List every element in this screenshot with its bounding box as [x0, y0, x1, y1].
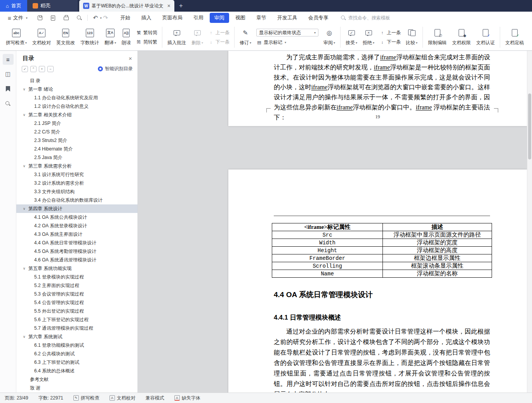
document-area[interactable]: 为了完成主界面功能需求，选择了iframe浮动框架组合来完成对主界面的设计工作，… — [138, 51, 532, 393]
chevron-down-icon[interactable] — [23, 266, 28, 270]
toc-item[interactable]: 参考文献 — [16, 375, 137, 384]
toc-item[interactable]: 1.1 办公自动化系统研究及应用 — [16, 93, 137, 102]
toc-item[interactable]: 第三章 系统需求分析 — [16, 162, 137, 170]
smart-toc-button[interactable]: 智能识别目录 — [98, 66, 133, 72]
compare-button[interactable]: 比较▾ — [403, 26, 420, 49]
next-change-button[interactable]: ↓ 下一条 — [379, 39, 401, 45]
toc-item[interactable]: 6.1 登录功能模块的测试 — [16, 341, 137, 349]
toc-item[interactable]: 4.6 OA 系统通讯管理模块设计 — [16, 256, 137, 264]
ribbon-tab[interactable]: 开发工具 — [273, 13, 302, 23]
tab-home[interactable]: ⌂ 首页 — [0, 0, 27, 12]
spell-check-button[interactable]: abc 拼写检查▾ — [3, 26, 30, 49]
delete-comment-button[interactable]: × 删除▾ — [189, 26, 206, 49]
undo-button[interactable]: ↶ — [92, 14, 99, 22]
restrict-edit-button[interactable]: ∅ 限制编辑 — [425, 26, 449, 49]
toc-item[interactable]: 5.7 通讯管理模块的实现过程 — [16, 324, 137, 332]
toc-item[interactable]: 3.2 设计系统的需求分析 — [16, 179, 137, 187]
toc-item[interactable]: 1.2 设计办公自动化的意义 — [16, 102, 137, 111]
toc-item[interactable]: 3.1 设计系统可行性研究 — [16, 170, 137, 179]
toc-item[interactable]: 6.2 公共模块的测试 — [16, 349, 137, 358]
reject-change-button[interactable]: × 拒绝▾ — [360, 26, 377, 49]
track-changes-button[interactable]: ✎ 修订▾ — [237, 26, 254, 49]
markup-state-select[interactable]: 显示标记的最终状态 ▾ — [256, 29, 318, 36]
chevron-down-icon[interactable] — [23, 113, 28, 117]
scrollbar-thumb[interactable] — [528, 93, 531, 159]
toc-item[interactable]: 2.1 JSP 简介 — [16, 119, 137, 128]
review-pane-button[interactable]: ◎ 审阅▾ — [321, 26, 338, 49]
ribbon-tab[interactable]: 视图 — [231, 13, 250, 23]
layout-panel-button[interactable]: ◫ — [3, 69, 14, 80]
command-search[interactable]: 查找命令、搜索模板 — [341, 15, 390, 21]
compat-mode-status[interactable]: 兼容模式 — [146, 395, 164, 401]
show-markup-button[interactable]: ▤ 显示标记 ▾ — [256, 39, 318, 46]
export-button[interactable] — [49, 14, 57, 22]
doc-finalize-button[interactable]: ✓ 文档定稿 — [502, 26, 527, 49]
toc-item[interactable]: 4.2 OA 系统登录模块设计 — [16, 221, 137, 230]
doc-auth-button[interactable]: ✓ 文档认证 — [473, 26, 497, 49]
tab-document[interactable]: W 基于WEB的办公...统设计 毕业论文 × — [79, 0, 174, 12]
prev-change-button[interactable]: ↑ 上一条 — [379, 29, 401, 36]
toc-item[interactable]: 5.2 主界面的实现过程 — [16, 281, 137, 290]
toc-item[interactable]: 6.3 上下班登记的测试 — [16, 358, 137, 367]
ribbon-tab[interactable]: 章节 — [252, 13, 271, 23]
word-count-button[interactable]: 123 字数统计 — [78, 26, 102, 49]
toc-item[interactable]: 6.4 系统的总体概述 — [16, 367, 137, 375]
toc-item[interactable]: 2.5 Java 简介 — [16, 153, 137, 162]
search-panel-button[interactable] — [3, 98, 14, 109]
missing-font-status[interactable]: A 缺失字体 — [174, 395, 200, 401]
toc-item[interactable]: 3.4 办公自动化系统的数据库设计 — [16, 196, 137, 204]
ribbon-tab[interactable]: 引用 — [189, 13, 208, 23]
toc-item[interactable]: 4.4 OA 系统日常管理模块设计 — [16, 239, 137, 247]
toc-item[interactable]: 5.4 公告管理的实现过程 — [16, 298, 137, 307]
read-aloud-button[interactable]: A)) 朗读 — [119, 26, 134, 49]
toc-item[interactable]: 2.3 Struts2 简介 — [16, 136, 137, 145]
toc-select-tool[interactable]: ✓ — [22, 66, 28, 72]
document-page-20[interactable]: <iframe>标记属性 描述 Src 浮动框架中显示页面源文件的路径 Widt… — [228, 170, 527, 393]
print-button[interactable] — [63, 14, 70, 22]
toc-collapse-tool[interactable]: ⌃ — [30, 66, 37, 72]
toc-item[interactable]: 第六章 系统测试 — [16, 332, 137, 341]
toc-item[interactable]: 5.1 登录模块的实现过程 — [16, 273, 137, 281]
doc-proof-status[interactable]: A 文档校对 — [110, 395, 136, 401]
toc-item[interactable]: 4.1 OA 系统公共模块设计 — [16, 213, 137, 221]
toc-item[interactable]: 4.3 OA 系统主界面设计 — [16, 230, 137, 239]
tab-docer[interactable]: 稻壳 — [27, 0, 78, 12]
ribbon-tab[interactable]: 审阅 — [210, 13, 229, 23]
translate-button[interactable]: 文A 翻译▾ — [102, 26, 119, 49]
toc-item[interactable]: 5.6 上下班登记的实现过程 — [16, 315, 137, 324]
doc-proof-button[interactable]: A✓ 文档校对 — [30, 26, 54, 49]
word-count-indicator[interactable]: 字数: 22971 — [38, 395, 63, 401]
spell-check-status[interactable]: ✎ 拼写检查 — [73, 395, 99, 401]
close-panel-icon[interactable]: × — [129, 55, 132, 62]
chevron-down-icon[interactable] — [23, 335, 28, 339]
toc-item[interactable]: 第五章 系统功能实现 — [16, 264, 137, 273]
bookmark-panel-button[interactable] — [3, 83, 14, 94]
close-tab-icon[interactable]: × — [167, 3, 171, 9]
prev-comment-button[interactable]: ↑ 上一条 — [208, 29, 229, 36]
vertical-scrollbar[interactable] — [527, 51, 532, 393]
english-correct-button[interactable]: EN 英文批改 — [54, 26, 78, 49]
simp-to-trad-button[interactable]: 简 简转繁 — [136, 39, 157, 45]
chevron-down-icon[interactable] — [23, 207, 28, 211]
toc-item[interactable]: 3.3 文件夹组织结构 — [16, 187, 137, 196]
toc-item[interactable]: 5.3 会议管理的实现过程 — [16, 290, 137, 298]
ribbon-tab[interactable]: 会员专享 — [304, 13, 333, 23]
insert-comment-button[interactable]: + 插入批注 — [165, 26, 189, 49]
ribbon-tab[interactable]: 插入 — [137, 13, 156, 23]
toc-item[interactable]: 第二章 相关技术介绍 — [16, 111, 137, 119]
doc-permission-button[interactable]: ◆ 文档权限 — [449, 26, 473, 49]
document-page-19[interactable]: 为了完成主界面功能需求，选择了iframe浮动框架组合来完成对主界面的设计工作，… — [228, 51, 527, 126]
toc-item[interactable]: 4.5 OA 系统考勤管理模块设计 — [16, 247, 137, 256]
print-preview-button[interactable] — [76, 14, 83, 22]
toc-item[interactable]: 2.2 C/S 简介 — [16, 128, 137, 136]
redo-button[interactable]: ↷ — [102, 14, 110, 22]
toc-item[interactable]: 5.5 外出登记的实现过程 — [16, 307, 137, 315]
trad-to-simp-button[interactable]: 繁 繁转简 — [136, 29, 157, 36]
toc-item[interactable]: 目 录 — [16, 76, 137, 85]
page-indicator[interactable]: 页面: 23/49 — [5, 395, 28, 401]
toc-item[interactable]: 2.4 Hibernate 简介 — [16, 145, 137, 153]
ribbon-tab[interactable]: 开始 — [116, 13, 135, 23]
toc-item[interactable]: 致 谢 — [16, 384, 137, 392]
toc-panel-button[interactable]: ≡ — [3, 54, 14, 65]
toc-item[interactable]: 第一章 绪论 — [16, 85, 137, 93]
